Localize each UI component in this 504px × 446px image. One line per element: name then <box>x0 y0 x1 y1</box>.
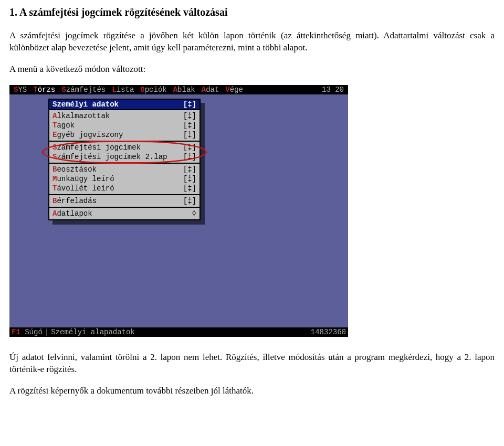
item-berfeladas[interactable]: Bérfeladás[‡] <box>49 196 200 206</box>
item-beosztasok[interactable]: Beosztások[‡] <box>49 165 200 174</box>
menu-szamfejtes[interactable]: Számfejtés <box>58 86 109 94</box>
item-szamfejtesi-jogcimek[interactable]: Számfejtési jogcímek[‡] <box>49 143 200 152</box>
doc-heading: 1. A számfejtési jogcímek rögzítésének v… <box>9 6 495 18</box>
menu-sys[interactable]: SYS <box>10 86 30 94</box>
dropdown-panel: Személyi adatok [‡] Alkalmazottak[‡] Tag… <box>48 99 201 220</box>
group-4: Bérfeladás[‡] <box>49 195 200 208</box>
doc-paragraph-2: A menü a következő módon változott: <box>9 63 495 76</box>
doc-paragraph-1: A számfejtési jogcímek rögzítése a jövőb… <box>9 30 495 54</box>
group-1: Alkalmazottak[‡] Tagok[‡] Egyéb jogviszo… <box>49 110 200 142</box>
item-egyeb-jogviszony[interactable]: Egyéb jogviszony[‡] <box>49 130 200 140</box>
doc-paragraph-3: Új adatot felvinni, valamint törölni a 2… <box>9 352 495 376</box>
item-alkalmazottak[interactable]: Alkalmazottak[‡] <box>49 111 200 121</box>
menu-torzs[interactable]: Törzs <box>30 86 58 94</box>
status-f1-label: Súgó <box>25 328 43 336</box>
item-tagok[interactable]: Tagok[‡] <box>49 121 200 130</box>
doc-paragraph-4: A rögzítési képernyők a dokumentum továb… <box>9 385 495 397</box>
statusbar: F1 Súgó | Személyi alapadatok 14832360 <box>9 327 348 337</box>
menu-lista[interactable]: Lista <box>109 86 137 94</box>
menu-opciok[interactable]: Opciók <box>137 86 170 94</box>
status-context: Személyi alapadatok <box>51 328 135 336</box>
item-tavollet-leiro[interactable]: Távollét leíró[‡] <box>49 184 200 193</box>
status-f1-key[interactable]: F1 <box>12 328 20 336</box>
item-szamfejtesi-jogcimek-2lap[interactable]: Számfejtési jogcímek 2.lap[‡] <box>49 152 200 162</box>
menu-adat[interactable]: Adat <box>198 86 223 94</box>
menu-ablak[interactable]: Ablak <box>170 86 198 94</box>
item-adatlapok[interactable]: Adatlapok◊ <box>49 209 200 218</box>
menubar-clock: 13 20 <box>319 86 347 94</box>
dos-screenshot: SYS Törzs Számfejtés Lista Opciók Ablak … <box>9 85 348 337</box>
panel-header: Személyi adatok [‡] <box>49 100 200 110</box>
group-5: Adatlapok◊ <box>49 208 200 219</box>
menubar: SYS Törzs Számfejtés Lista Opciók Ablak … <box>9 85 348 94</box>
status-position: 14832360 <box>311 328 346 336</box>
menu-vege[interactable]: Vége <box>222 86 246 94</box>
item-munkaugy-leiro[interactable]: Munkaügy leíró[‡] <box>49 174 200 184</box>
group-3: Beosztások[‡] Munkaügy leíró[‡] Távollét… <box>49 164 200 195</box>
group-2-highlighted: Számfejtési jogcímek[‡] Számfejtési jogc… <box>49 142 200 164</box>
